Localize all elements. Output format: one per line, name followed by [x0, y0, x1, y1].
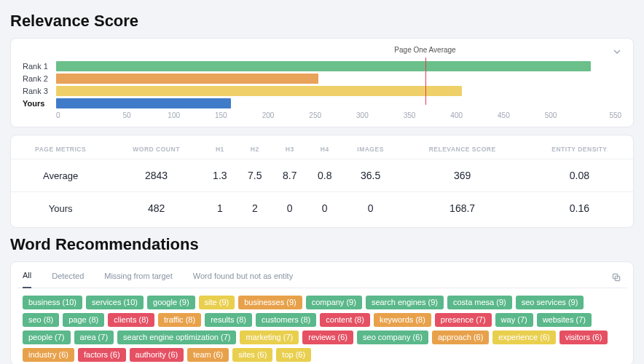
word-tag[interactable]: authority (6): [130, 348, 184, 362]
word-recommendations-card: AllDetectedMissing from targetWord found…: [10, 261, 634, 364]
word-tag[interactable]: presence (7): [435, 313, 492, 327]
word-tag[interactable]: traffic (8): [158, 313, 201, 327]
word-tag[interactable]: experience (6): [492, 331, 555, 344]
chart-row: Rank 3: [23, 86, 621, 96]
word-tag[interactable]: area (7): [74, 331, 114, 344]
relevance-chart-card: Page One Average Rank 1Rank 2Rank 3Yours…: [10, 38, 634, 127]
metrics-header: H4: [307, 141, 342, 159]
metrics-header: RELEVANCE SCORE: [398, 141, 525, 159]
word-tag[interactable]: seo (8): [23, 313, 59, 327]
tab-detected[interactable]: Detected: [52, 272, 84, 288]
bar-area: [56, 98, 621, 108]
metrics-cell: 0: [272, 192, 307, 225]
metrics-header: IMAGES: [342, 141, 399, 159]
metrics-cell: 7.5: [237, 159, 272, 192]
word-tag[interactable]: google (9): [147, 296, 195, 309]
page-one-average-label: Page One Average: [126, 46, 644, 54]
word-tag[interactable]: marketing (7): [240, 331, 299, 344]
metrics-header: ENTITY DENSITY: [526, 141, 633, 159]
tab-missing-from-target[interactable]: Missing from target: [104, 272, 173, 288]
axis-tick: 450: [480, 111, 527, 119]
word-tag[interactable]: team (6): [187, 348, 229, 362]
chart-row-label: Rank 1: [23, 62, 56, 71]
metrics-header: H2: [237, 141, 272, 159]
chart-row-label: Rank 2: [23, 74, 56, 83]
word-tag[interactable]: industry (6): [23, 348, 74, 362]
word-tag[interactable]: approach (6): [432, 331, 489, 344]
word-tag[interactable]: services (10): [86, 296, 144, 309]
axis-tick: 100: [150, 111, 197, 119]
tab-word-found-but-not-as-entity[interactable]: Word found but not as entity: [193, 272, 293, 288]
word-tag[interactable]: top (6): [276, 348, 311, 362]
axis-tick: 0: [56, 111, 103, 119]
word-tabs: AllDetectedMissing from targetWord found…: [17, 268, 627, 288]
word-tag[interactable]: businesses (9): [238, 296, 302, 309]
chart-row: Rank 2: [23, 74, 621, 84]
bar-area: [56, 74, 621, 84]
metrics-cell: 369: [398, 159, 525, 192]
copy-icon[interactable]: [611, 272, 621, 287]
word-tag[interactable]: business (10): [23, 296, 82, 309]
bar-area: [56, 61, 621, 71]
metrics-cell: 2: [237, 192, 272, 225]
axis-tick: 150: [197, 111, 245, 119]
metrics-cell: 482: [110, 192, 203, 225]
word-tag[interactable]: way (7): [495, 313, 533, 327]
metrics-header: PAGE METRICS: [11, 141, 110, 159]
page-metrics-table: PAGE METRICSWORD COUNTH1H2H3H4IMAGESRELE…: [11, 141, 633, 224]
word-tag[interactable]: page (8): [63, 313, 104, 327]
word-tag[interactable]: site (9): [199, 296, 235, 309]
word-tag[interactable]: company (9): [306, 296, 362, 309]
word-tag[interactable]: factors (6): [78, 348, 126, 362]
word-tag[interactable]: reviews (6): [302, 331, 353, 344]
bar-area: [56, 86, 621, 96]
metrics-cell: 0.08: [526, 159, 633, 192]
axis-tick: 400: [433, 111, 480, 119]
table-row: Average28431.37.58.70.836.53690.08: [11, 159, 633, 192]
metrics-cell: 0.16: [526, 192, 633, 225]
word-tag[interactable]: clients (8): [108, 313, 154, 327]
word-tag[interactable]: content (8): [320, 313, 370, 327]
chart-row-label: Rank 3: [23, 87, 56, 95]
word-tag[interactable]: search engines (9): [366, 296, 444, 309]
relevance-bar-chart: Page One Average Rank 1Rank 2Rank 3Yours…: [23, 47, 621, 119]
word-tag[interactable]: people (7): [23, 331, 71, 344]
word-tag[interactable]: seo services (9): [516, 296, 584, 309]
word-tag[interactable]: websites (7): [537, 313, 592, 327]
page-metrics-card: PAGE METRICSWORD COUNTH1H2H3H4IMAGESRELE…: [10, 135, 634, 228]
metrics-cell: 8.7: [272, 159, 307, 192]
axis-tick: 550: [574, 111, 621, 119]
word-tag[interactable]: results (8): [205, 313, 252, 327]
word-tag[interactable]: visitors (6): [559, 331, 608, 344]
metrics-cell: 0: [342, 192, 399, 225]
axis-tick: 50: [103, 111, 151, 119]
word-tag[interactable]: sites (6): [232, 348, 272, 362]
word-tag[interactable]: search engine optimization (7): [117, 331, 236, 344]
axis-tick: 200: [245, 111, 292, 119]
axis-tick: 250: [291, 111, 339, 119]
metrics-header: WORD COUNT: [110, 141, 203, 159]
word-tag-list: business (10)services (10)google (9)site…: [23, 296, 621, 362]
chart-row: Rank 1: [23, 61, 621, 71]
word-tag[interactable]: seo company (6): [357, 331, 428, 344]
metrics-row-label: Yours: [11, 192, 110, 225]
axis-tick: 350: [386, 111, 433, 119]
axis-tick: 500: [527, 111, 575, 119]
word-tag[interactable]: costa mesa (9): [447, 296, 512, 309]
metrics-row-label: Average: [11, 159, 110, 192]
metrics-cell: 1: [203, 192, 237, 225]
metrics-cell: 0: [307, 192, 342, 225]
word-tag[interactable]: customers (8): [256, 313, 316, 327]
metrics-cell: 2843: [110, 159, 203, 192]
metrics-cell: 1.3: [203, 159, 237, 192]
metrics-cell: 168.7: [398, 192, 525, 225]
word-tag[interactable]: keywords (8): [374, 313, 431, 327]
metrics-cell: 0.8: [307, 159, 342, 192]
table-row: Yours48212000168.70.16: [11, 192, 633, 225]
bar: [56, 98, 231, 108]
chart-row-label: Yours: [23, 99, 56, 108]
x-axis: 050100150200250300350400450500550: [56, 111, 621, 119]
metrics-cell: 36.5: [342, 159, 399, 192]
relevance-score-heading: Relevance Score: [10, 12, 634, 31]
tab-all[interactable]: All: [23, 271, 31, 288]
